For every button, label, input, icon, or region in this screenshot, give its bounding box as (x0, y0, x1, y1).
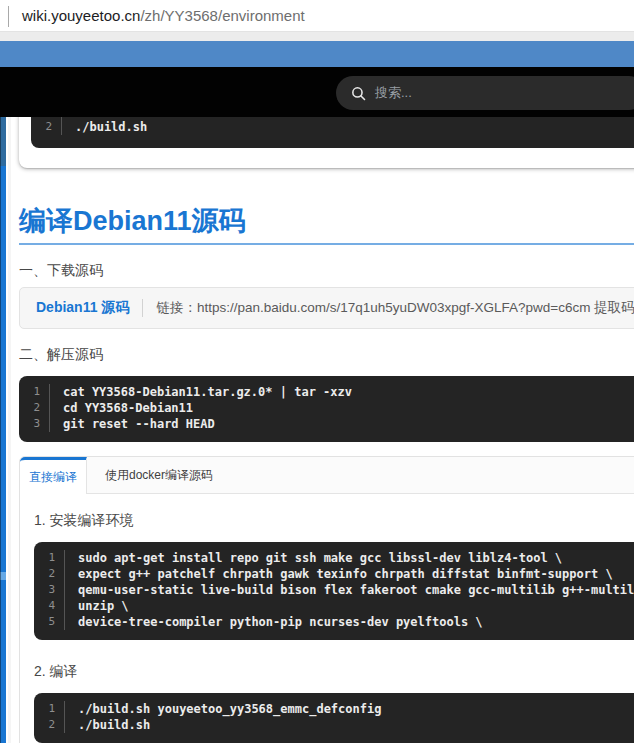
search-input[interactable]: 搜索... (336, 76, 634, 110)
code-line: 2 expect g++ patchelf chrpath gawk texin… (34, 566, 634, 582)
address-bar-divider (8, 6, 9, 27)
debian11-source-link[interactable]: Debian11 源码 (36, 299, 129, 317)
page-title: 编译Debian11源码 (19, 204, 634, 245)
code-line: 1 cat YY3568-Debian11.tar.gz.0* | tar -x… (19, 384, 634, 400)
url-domain: wiki.youyeetoo.cn (22, 7, 140, 24)
code-line: 4 unzip \ (34, 598, 634, 614)
step-install-label: 1. 安装编译环境 (34, 513, 634, 528)
code-line: 1 ./build.sh youyeetoo_yy3568_emmc_defco… (34, 701, 634, 717)
site-header-banner (0, 41, 634, 67)
search-placeholder: 搜索... (375, 84, 412, 102)
address-bar[interactable]: wiki.youyeetoo.cn/zh/YY3568/environment (0, 0, 634, 31)
code-line: 3 git reset --hard HEAD (19, 416, 634, 432)
browser-window: wiki.youyeetoo.cn/zh/YY3568/environment … (0, 0, 634, 743)
page-content: 2 ./build.sh 编译Debian11源码 一、下载源码 Debian1… (6, 117, 634, 743)
code-line: 2 ./build.sh (34, 717, 634, 733)
tab-content: 1. 安装编译环境 1 sudo apt-get install repo gi… (20, 494, 634, 743)
section-download-label: 一、下载源码 (19, 263, 634, 278)
url-path: /zh/YY3568/environment (140, 7, 304, 24)
tab-docker-compile[interactable]: 使用docker编译源码 (87, 457, 231, 493)
tab-bar: 直接编译 使用docker编译源码 (20, 457, 634, 494)
sidebar-edge-stripe[interactable] (0, 117, 6, 743)
compile-tabset-card: 直接编译 使用docker编译源码 1. 安装编译环境 1 sudo apt-g… (19, 456, 634, 743)
browser-chrome-strip (0, 31, 634, 41)
download-link-text: 链接：https://pan.baidu.com/s/17q1uh5yuDW03… (156, 299, 634, 317)
sidebar-scrollbar-track[interactable] (8, 117, 11, 743)
code-line: 1 sudo apt-get install repo git ssh make… (34, 550, 634, 566)
install-code-block: 1 sudo apt-get install repo git ssh make… (34, 542, 634, 640)
site-navbar: 搜索... (0, 67, 634, 117)
code-line: 3 qemu-user-static live-build bison flex… (34, 582, 634, 598)
section-extract-label: 二、解压源码 (19, 347, 634, 362)
tab-direct-compile[interactable]: 直接编译 (20, 457, 87, 494)
extract-code-block: 1 cat YY3568-Debian11.tar.gz.0* | tar -x… (19, 376, 634, 442)
search-icon (350, 85, 367, 102)
download-info-box: Debian11 源码 链接：https://pan.baidu.com/s/1… (19, 287, 634, 329)
info-box-divider (142, 299, 143, 317)
code-line: 5 device-tree-compiler python-pip ncurse… (34, 614, 634, 630)
code-line: 2 cd YY3568-Debian11 (19, 400, 634, 416)
step-build-label: 2. 编译 (34, 664, 634, 679)
build-code-block: 1 ./build.sh youyeetoo_yy3568_emmc_defco… (34, 693, 634, 743)
url-text[interactable]: wiki.youyeetoo.cn/zh/YY3568/environment (22, 7, 305, 24)
